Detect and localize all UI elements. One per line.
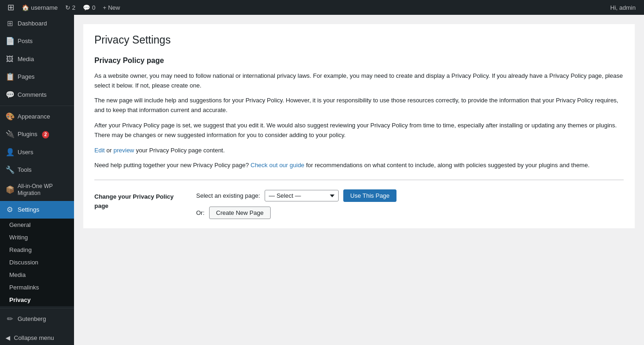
guide-link[interactable]: Check out our guide: [251, 162, 304, 169]
admin-greeting: Hi, admin: [606, 4, 640, 11]
create-row: Or: Create New Page: [196, 207, 396, 219]
submenu-privacy[interactable]: Privacy: [0, 294, 74, 306]
comments-icon: 💬: [83, 4, 90, 11]
tools-icon: 🔧: [6, 165, 14, 175]
sidebar-item-label: Gutenberg: [18, 315, 46, 323]
wp-icon: ⊞: [7, 2, 14, 13]
select-existing-row: Select an existing page: — Select — Use …: [196, 189, 396, 202]
sidebar-item-label: Comments: [18, 91, 47, 99]
plugins-badge: 2: [42, 131, 50, 138]
select-existing-label: Select an existing page:: [196, 192, 260, 199]
pages-icon: 📋: [6, 72, 14, 82]
edit-preview-line: Edit or preview your Privacy Policy page…: [94, 146, 624, 156]
sidebar-item-label: Dashboard: [18, 19, 47, 28]
sidebar-item-users[interactable]: 👤 Users: [0, 144, 74, 161]
guide-text-after: for recommendations on what content to i…: [306, 162, 589, 169]
page-select[interactable]: — Select —: [265, 190, 339, 201]
settings-icon: ⚙: [6, 205, 14, 215]
sidebar: ⊞ Dashboard 📄 Posts 🖼 Media 📋 Pages 💬 Co…: [0, 15, 74, 345]
or-text-1: or: [106, 147, 113, 154]
sidebar-item-label: Tools: [18, 166, 31, 174]
wp-logo[interactable]: ⊞: [4, 0, 18, 15]
submenu-permalinks[interactable]: Permalinks: [0, 281, 74, 294]
submenu-discussion[interactable]: Discussion: [0, 256, 74, 269]
sidebar-item-label: All-in-One WP Migration: [18, 183, 68, 197]
sidebar-item-gutenberg[interactable]: ✏ Gutenberg: [0, 310, 74, 328]
allinone-icon: 📦: [6, 185, 14, 195]
settings-submenu: General Writing Reading Discussion Media…: [0, 219, 74, 306]
sidebar-divider-2: [0, 308, 74, 308]
policy-row: Change your Privacy Policy page Select a…: [94, 189, 624, 219]
collapse-label: Collapse menu: [14, 334, 54, 341]
sidebar-item-allinone[interactable]: 📦 All-in-One WP Migration: [0, 179, 74, 201]
sidebar-item-settings[interactable]: ⚙ Settings: [0, 201, 74, 219]
content-wrap: Privacy Settings Privacy Policy page As …: [83, 24, 635, 228]
sidebar-item-label: Media: [18, 55, 34, 63]
submenu-reading[interactable]: Reading: [0, 244, 74, 256]
gutenberg-icon: ✏: [6, 314, 14, 324]
or-label: Or:: [196, 209, 204, 216]
new-content[interactable]: + New: [99, 0, 124, 15]
media-icon: 🖼: [6, 54, 14, 64]
site-name[interactable]: 🏠 username: [18, 0, 62, 15]
policy-controls: Select an existing page: — Select — Use …: [196, 189, 396, 219]
paragraph-2: The new page will include help and sugge…: [94, 96, 624, 115]
submenu-media[interactable]: Media: [0, 269, 74, 281]
appearance-icon: 🎨: [6, 112, 14, 122]
comments-menu-icon: 💬: [6, 90, 14, 100]
comments[interactable]: 💬 0: [79, 0, 99, 15]
paragraph-3: After your Privacy Policy page is set, w…: [94, 121, 624, 140]
comments-count: 0: [92, 4, 95, 11]
collapse-icon: ◀: [6, 334, 10, 341]
posts-icon: 📄: [6, 36, 14, 46]
sidebar-item-plugins[interactable]: 🔌 Plugins 2: [0, 125, 74, 143]
site-name-text: username: [31, 4, 58, 11]
section-divider: [94, 180, 624, 180]
users-icon: 👤: [6, 147, 14, 157]
create-new-page-button[interactable]: Create New Page: [209, 207, 271, 219]
admin-bar: ⊞ 🏠 username ↻ 2 💬 0 + New Hi, admin: [0, 0, 644, 15]
guide-text-before: Need help putting together your new Priv…: [94, 162, 249, 169]
edit-link[interactable]: Edit: [94, 147, 105, 154]
sidebar-item-comments[interactable]: 💬 Comments: [0, 86, 74, 104]
page-title: Privacy Settings: [94, 33, 624, 47]
sidebar-item-label: Posts: [18, 37, 33, 45]
sidebar-item-dashboard[interactable]: ⊞ Dashboard: [0, 15, 74, 32]
section-title: Privacy Policy page: [94, 56, 624, 65]
sidebar-item-appearance[interactable]: 🎨 Appearance: [0, 108, 74, 125]
use-this-page-button[interactable]: Use This Page: [343, 189, 396, 202]
plugins-icon: 🔌: [6, 129, 14, 139]
sidebar-item-pages[interactable]: 📋 Pages: [0, 68, 74, 86]
paragraph-1: As a website owner, you may need to foll…: [94, 71, 624, 91]
submenu-general[interactable]: General: [0, 219, 74, 231]
sidebar-item-label: Settings: [18, 206, 39, 214]
sidebar-item-tools[interactable]: 🔧 Tools: [0, 161, 74, 179]
main-content: Privacy Settings Privacy Policy page As …: [74, 15, 644, 345]
policy-content-label: your Privacy Policy page content.: [136, 147, 225, 154]
sidebar-item-label: Pages: [18, 73, 35, 81]
collapse-menu-button[interactable]: ◀ Collapse menu: [0, 331, 74, 345]
sidebar-divider-1: [0, 106, 74, 106]
updates-icon: ↻: [65, 4, 70, 11]
new-label: + New: [103, 4, 120, 11]
submenu-writing[interactable]: Writing: [0, 231, 74, 244]
updates[interactable]: ↻ 2: [62, 0, 79, 15]
sidebar-item-label: Appearance: [18, 113, 50, 121]
sidebar-item-posts[interactable]: 📄 Posts: [0, 32, 74, 50]
sidebar-item-media[interactable]: 🖼 Media: [0, 50, 74, 68]
sidebar-item-label: Plugins: [18, 130, 37, 138]
dashboard-icon: ⊞: [6, 19, 14, 29]
preview-link[interactable]: preview: [113, 147, 134, 154]
home-icon: 🏠: [22, 4, 29, 11]
updates-count: 2: [72, 4, 75, 11]
policy-label: Change your Privacy Policy page: [94, 189, 187, 210]
guide-line: Need help putting together your new Priv…: [94, 161, 624, 170]
sidebar-item-label: Users: [18, 148, 33, 157]
